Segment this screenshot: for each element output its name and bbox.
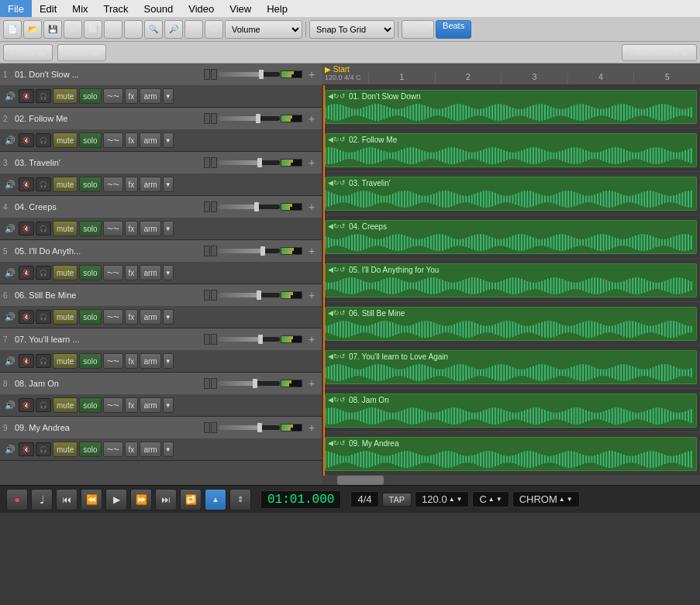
region-ctrl-rewind-1[interactable]: ◀	[328, 92, 333, 100]
region-ctrl-loop-8[interactable]: ↻	[333, 396, 340, 404]
waveform-btn-4[interactable]: 〜〜	[103, 221, 123, 236]
save-btn[interactable]: 🖫	[64, 20, 82, 39]
play-button[interactable]: ▶	[105, 489, 127, 510]
mute-btn-1[interactable]: mute	[53, 88, 78, 104]
track-dropdown-3[interactable]: ▼	[163, 177, 174, 192]
headphone-icon-2[interactable]: 🎧	[36, 133, 51, 147]
metronome-button[interactable]: ♩	[31, 489, 53, 510]
loop-button[interactable]: 🔁	[180, 489, 202, 510]
menu-mix[interactable]: Mix	[64, 0, 95, 17]
fast-forward-button[interactable]: ⏩	[130, 489, 152, 510]
new-btn[interactable]: 📄	[3, 20, 22, 39]
menu-video[interactable]: Video	[181, 0, 222, 17]
mute-icon-2[interactable]: 🔇	[19, 133, 34, 147]
solo-btn-6[interactable]: solo	[79, 309, 101, 325]
punch-button[interactable]: ▲	[205, 489, 226, 510]
mute-icon-3[interactable]: 🔇	[19, 177, 34, 191]
track-add-3[interactable]: +	[305, 156, 319, 170]
mute-btn-5[interactable]: mute	[53, 265, 78, 280]
waveform-btn-9[interactable]: 〜〜	[103, 442, 123, 457]
solo-btn-4[interactable]: solo	[79, 221, 101, 236]
region-ctrl-loop-7[interactable]: ↻	[333, 352, 340, 360]
audio-region-2[interactable]: ◀ ↻ ↺ 02. Follow Me	[325, 133, 697, 167]
track-lane-3[interactable]: ◀ ↻ ↺ 03. Travelin'	[322, 172, 700, 215]
menu-edit[interactable]: Edit	[32, 0, 64, 17]
solo-btn-5[interactable]: solo	[79, 265, 101, 280]
fx-btn-1[interactable]: fx	[125, 88, 139, 104]
region-ctrl-stop-2[interactable]: ↺	[340, 136, 346, 143]
arm-btn-9[interactable]: arm	[140, 442, 160, 457]
solo-btn-7[interactable]: solo	[79, 353, 101, 369]
zoom-out-btn[interactable]: 🔎	[164, 20, 183, 39]
region-ctrl-loop-2[interactable]: ↻	[333, 136, 340, 143]
headphone-icon-8[interactable]: 🎧	[36, 398, 51, 412]
mute-icon-8[interactable]: 🔇	[19, 398, 34, 412]
mute-icon-4[interactable]: 🔇	[19, 222, 34, 235]
nudge-button[interactable]: ⇕	[229, 489, 251, 510]
add-track-button[interactable]: +Track ▦	[3, 44, 53, 61]
track-lane-4[interactable]: ◀ ↻ ↺ 04. Creeps	[322, 215, 700, 259]
region-ctrl-stop-3[interactable]: ↺	[340, 179, 346, 187]
open-btn[interactable]: 📂	[23, 20, 42, 39]
mute-icon-5[interactable]: 🔇	[19, 266, 34, 280]
track-add-4[interactable]: +	[305, 200, 319, 214]
mute-btn-4[interactable]: mute	[53, 221, 78, 236]
fx-btn-8[interactable]: fx	[125, 397, 139, 413]
mute-icon-9[interactable]: 🔇	[19, 442, 34, 456]
mute-btn-2[interactable]: mute	[53, 132, 78, 148]
menu-sound[interactable]: Sound	[136, 0, 181, 17]
track-lane-6[interactable]: ◀ ↻ ↺ 06. Still Be Mine	[322, 302, 700, 345]
mute-btn-6[interactable]: mute	[53, 309, 78, 325]
audio-region-5[interactable]: ◀ ↻ ↺ 05. I'll Do Anything for You	[325, 263, 697, 297]
track-dropdown-8[interactable]: ▼	[163, 397, 174, 413]
zoom-in-btn[interactable]: 🔍	[144, 20, 163, 39]
menu-track[interactable]: Track	[96, 0, 136, 17]
region-ctrl-rewind-8[interactable]: ◀	[328, 396, 333, 404]
track-lane-7[interactable]: ◀ ↻ ↺ 07. You'll learn to Love Again	[322, 345, 700, 389]
fx-btn-5[interactable]: fx	[125, 265, 139, 280]
mute-icon-7[interactable]: 🔇	[19, 354, 34, 368]
track-dropdown-9[interactable]: ▼	[163, 442, 174, 457]
waveform-btn-1[interactable]: 〜〜	[103, 88, 123, 104]
solo-btn-3[interactable]: solo	[79, 177, 101, 192]
mute-btn-8[interactable]: mute	[53, 397, 78, 413]
headphone-icon-4[interactable]: 🎧	[36, 222, 51, 235]
track-lane-2[interactable]: ◀ ↻ ↺ 02. Follow Me	[322, 129, 700, 172]
record-button[interactable]: ●	[6, 489, 28, 510]
region-ctrl-loop-4[interactable]: ↻	[333, 222, 340, 230]
audio-region-6[interactable]: ◀ ↻ ↺ 06. Still Be Mine	[325, 307, 697, 341]
go-end-button[interactable]: ⏭	[155, 489, 177, 510]
track-dropdown-6[interactable]: ▼	[163, 309, 174, 325]
vol-slider-7[interactable]	[218, 337, 280, 342]
region-ctrl-stop-7[interactable]: ↺	[340, 352, 346, 360]
audio-region-9[interactable]: ◀ ↻ ↺ 09. My Andrea	[325, 437, 697, 471]
arm-btn-3[interactable]: arm	[140, 177, 160, 192]
waveform-btn-6[interactable]: 〜〜	[103, 309, 123, 325]
snap-select[interactable]: Snap To Grid	[309, 20, 395, 39]
arm-btn-6[interactable]: arm	[140, 309, 160, 325]
track-dropdown-1[interactable]: ▼	[163, 88, 174, 104]
region-ctrl-stop-8[interactable]: ↺	[340, 396, 346, 404]
redo-btn[interactable]: ↪	[124, 20, 143, 39]
menu-view[interactable]: View	[222, 0, 259, 17]
midi-btn[interactable]: MIDI	[184, 20, 203, 39]
track-dropdown-4[interactable]: ▼	[163, 221, 174, 236]
tracks-scroll[interactable]: ◀ ↻ ↺ 01. Don't Slow Down ◀ ↻ ↺ 02. Foll…	[322, 85, 700, 476]
track-add-6[interactable]: +	[305, 288, 319, 302]
headphone-icon-6[interactable]: 🎧	[36, 310, 51, 324]
vol-slider-2[interactable]	[218, 116, 280, 121]
fx-btn-3[interactable]: fx	[125, 177, 139, 192]
region-ctrl-stop-4[interactable]: ↺	[340, 222, 346, 230]
headphone-icon-7[interactable]: 🎧	[36, 354, 51, 368]
region-ctrl-stop-9[interactable]: ↺	[340, 439, 346, 447]
fx-btn-6[interactable]: fx	[125, 309, 139, 325]
region-ctrl-stop-6[interactable]: ↺	[340, 309, 346, 317]
mute-btn-3[interactable]: mute	[53, 177, 78, 192]
region-ctrl-stop-5[interactable]: ↺	[340, 266, 346, 273]
fx-btn-7[interactable]: fx	[125, 353, 139, 369]
waveform-btn-2[interactable]: 〜〜	[103, 132, 123, 148]
go-start-button[interactable]: ⏮	[56, 489, 78, 510]
time-button[interactable]: Time	[402, 20, 434, 39]
settings-btn[interactable]: ⚙	[205, 20, 223, 39]
headphone-icon-9[interactable]: 🎧	[36, 442, 51, 456]
